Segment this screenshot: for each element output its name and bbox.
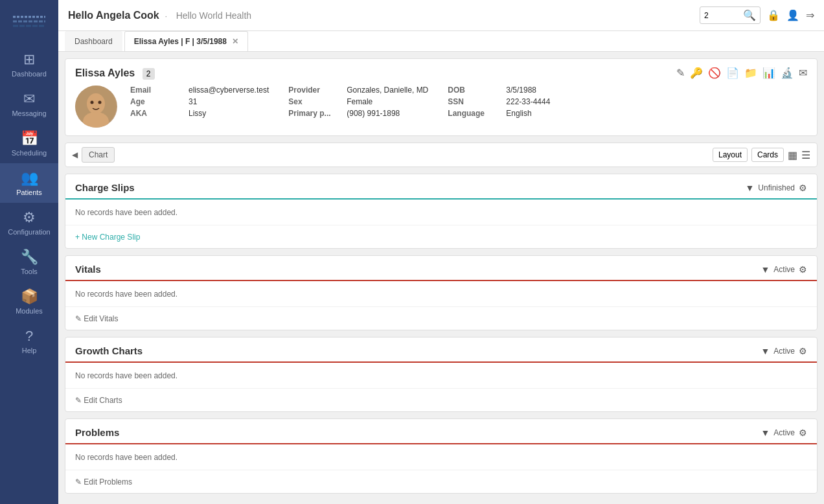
age-value: 31: [189, 97, 197, 106]
scheduling-icon: 📅: [21, 130, 38, 147]
sex-value: Female: [347, 97, 372, 106]
tab-close-icon[interactable]: ✕: [232, 37, 238, 46]
dob-label: DOB: [448, 86, 499, 95]
email-label: Email: [130, 86, 182, 95]
chart-icon[interactable]: 📊: [762, 67, 775, 79]
app-logo: [8, 6, 51, 38]
patient-name: Elissa Ayles: [75, 67, 135, 78]
sections-container: Charge Slips ▼ Unfinished ⚙ No records h…: [65, 174, 818, 494]
search-box: 🔍: [700, 6, 761, 24]
phone-label: Primary p...: [288, 109, 340, 118]
section-title-growth-charts: Growth Charts: [75, 345, 143, 356]
section-footer-problems: ✎ Edit Problems: [65, 470, 817, 493]
sidebar-item-modules[interactable]: 📦 Modules: [0, 282, 58, 321]
ssn-value: 222-33-4444: [506, 97, 550, 106]
filter-icon-problems[interactable]: ▼: [761, 428, 770, 438]
chart-icon-small: ◀: [72, 150, 78, 159]
sidebar-item-dashboard[interactable]: ⊞ Dashboard: [0, 45, 58, 84]
section-footer-vitals: ✎ Edit Vitals: [65, 306, 817, 330]
svg-point-7: [98, 101, 102, 104]
section-charge-slips: Charge Slips ▼ Unfinished ⚙ No records h…: [65, 174, 818, 249]
main-area: Hello Angela Cook · Hello World Health 🔍…: [58, 0, 824, 504]
settings-icon-charge-slips[interactable]: ⚙: [799, 183, 807, 193]
tab-dashboard[interactable]: Dashboard: [65, 31, 122, 51]
content-area: Elissa Ayles 2 ✎ 🔑 🚫 📄 📁 📊 🔬 ✉: [58, 52, 824, 504]
tab-bar: Dashboard Elissa Ayles | F | 3/5/1988 ✕: [58, 31, 824, 52]
section-action-growth-charts[interactable]: ✎ Edit Charts: [75, 396, 122, 405]
phone-row: Primary p... (908) 991-1898: [288, 109, 428, 118]
section-growth-charts: Growth Charts ▼ Active ⚙ No records have…: [65, 337, 818, 412]
sidebar-item-patients[interactable]: 👥 Patients: [0, 163, 58, 203]
sidebar-item-messaging[interactable]: ✉ Messaging: [0, 84, 58, 124]
sidebar-item-scheduling[interactable]: 📅 Scheduling: [0, 124, 58, 163]
no-records-text-growth-charts: No records have been added.: [75, 371, 177, 380]
language-value: English: [506, 109, 531, 118]
chart-tab-button[interactable]: Chart: [82, 147, 115, 163]
patients-icon: 👥: [21, 170, 38, 187]
sidebar: ⊞ Dashboard ✉ Messaging 📅 Scheduling 👥 P…: [0, 0, 58, 504]
edit-patient-icon[interactable]: ✎: [676, 67, 685, 79]
settings-icon-vitals[interactable]: ⚙: [799, 264, 807, 275]
patient-info: Email elissa@cyberverse.test Age 31 AKA …: [75, 86, 807, 128]
no-records-text-problems: No records have been added.: [75, 453, 177, 462]
aka-label: AKA: [130, 109, 182, 118]
section-actions-charge-slips: ▼ Unfinished ⚙: [745, 183, 807, 193]
search-input[interactable]: [704, 11, 743, 20]
filter-icon-charge-slips[interactable]: ▼: [745, 183, 754, 193]
dob-value: 3/5/1988: [506, 86, 536, 95]
ssn-label: SSN: [448, 97, 499, 106]
sidebar-item-label: Scheduling: [12, 149, 47, 157]
filter-icon-growth-charts[interactable]: ▼: [761, 346, 770, 356]
list-view-icon[interactable]: ☰: [801, 149, 810, 161]
sidebar-item-tools[interactable]: 🔧 Tools: [0, 242, 58, 282]
section-title-problems: Problems: [75, 427, 119, 438]
section-body-vitals: No records have been added.: [65, 281, 817, 306]
sex-label: Sex: [288, 97, 340, 106]
detail-group-middle: Provider Gonzales, Danielle, MD Sex Fema…: [288, 86, 428, 128]
section-body-charge-slips: No records have been added.: [65, 200, 817, 225]
chart-tab-left: ◀ Chart: [72, 147, 115, 163]
provider-value: Gonzales, Danielle, MD: [347, 86, 428, 95]
user-icon[interactable]: 👤: [786, 9, 799, 21]
section-action-problems[interactable]: ✎ Edit Problems: [75, 477, 132, 487]
mail-icon[interactable]: ✉: [799, 67, 807, 79]
patient-action-icons: ✎ 🔑 🚫 📄 📁 📊 🔬 ✉: [676, 67, 807, 79]
document-icon[interactable]: 📄: [726, 67, 739, 79]
sidebar-item-configuration[interactable]: ⚙ Configuration: [0, 203, 58, 242]
sidebar-item-label: Patients: [16, 189, 42, 196]
sidebar-item-help[interactable]: ? Help: [0, 321, 58, 361]
no-records-text-charge-slips: No records have been added.: [75, 208, 177, 217]
lock-icon[interactable]: 🔒: [767, 9, 780, 21]
key-icon[interactable]: 🔑: [690, 67, 703, 79]
section-actions-growth-charts: ▼ Active ⚙: [761, 346, 807, 356]
email-row: Email elissa@cyberverse.test: [130, 86, 269, 95]
filter-icon-vitals[interactable]: ▼: [761, 264, 770, 275]
patient-header: Elissa Ayles 2 ✎ 🔑 🚫 📄 📁 📊 🔬 ✉: [75, 67, 807, 79]
settings-icon-growth-charts[interactable]: ⚙: [799, 346, 807, 356]
no-entry-icon[interactable]: 🚫: [708, 67, 721, 79]
sidebar-item-label: Messaging: [12, 109, 46, 117]
section-action-vitals[interactable]: ✎ Edit Vitals: [75, 314, 118, 323]
section-body-growth-charts: No records have been added.: [65, 363, 817, 388]
logout-icon[interactable]: ⇒: [806, 9, 814, 21]
modules-icon: 📦: [21, 288, 38, 305]
folder-icon[interactable]: 📁: [744, 67, 757, 79]
patient-details: Email elissa@cyberverse.test Age 31 AKA …: [130, 86, 807, 128]
search-icon[interactable]: 🔍: [743, 9, 756, 21]
layout-button[interactable]: Layout: [713, 148, 748, 162]
cards-button[interactable]: Cards: [751, 148, 784, 162]
grid-view-icon[interactable]: ▦: [788, 149, 797, 161]
section-vitals: Vitals ▼ Active ⚙ No records have been a…: [65, 255, 818, 330]
sex-row: Sex Female: [288, 97, 428, 106]
language-row: Language English: [448, 109, 550, 118]
section-header-growth-charts: Growth Charts ▼ Active ⚙: [65, 338, 817, 363]
aka-value: Lissy: [189, 109, 206, 118]
lab-icon[interactable]: 🔬: [781, 67, 794, 79]
section-problems: Problems ▼ Active ⚙ No records have been…: [65, 418, 818, 494]
section-action-charge-slips[interactable]: + New Charge Slip: [75, 233, 140, 242]
tab-patient[interactable]: Elissa Ayles | F | 3/5/1988 ✕: [124, 31, 249, 51]
svg-point-4: [87, 93, 105, 114]
section-header-charge-slips: Charge Slips ▼ Unfinished ⚙: [65, 174, 817, 200]
app-title: Hello Angela Cook: [68, 10, 159, 21]
settings-icon-problems[interactable]: ⚙: [799, 428, 807, 438]
